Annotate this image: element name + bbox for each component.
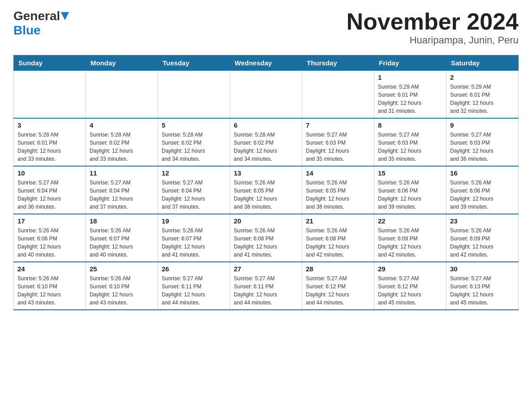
day-cell: 5Sunrise: 5:28 AM Sunset: 6:02 PM Daylig… bbox=[158, 118, 230, 166]
day-info: Sunrise: 5:27 AM Sunset: 6:04 PM Dayligh… bbox=[90, 179, 154, 211]
header-cell-sunday: Sunday bbox=[14, 56, 86, 71]
day-cell: 18Sunrise: 5:26 AM Sunset: 6:07 PM Dayli… bbox=[86, 214, 158, 262]
day-cell: 6Sunrise: 5:28 AM Sunset: 6:02 PM Daylig… bbox=[230, 118, 302, 166]
day-cell: 1Sunrise: 5:29 AM Sunset: 6:01 PM Daylig… bbox=[374, 71, 446, 119]
day-number: 8 bbox=[378, 121, 442, 129]
header-cell-tuesday: Tuesday bbox=[158, 56, 230, 71]
day-info: Sunrise: 5:27 AM Sunset: 6:12 PM Dayligh… bbox=[378, 274, 442, 307]
day-info: Sunrise: 5:26 AM Sunset: 6:06 PM Dayligh… bbox=[17, 227, 82, 259]
day-cell: 7Sunrise: 5:27 AM Sunset: 6:03 PM Daylig… bbox=[302, 118, 374, 166]
day-info: Sunrise: 5:27 AM Sunset: 6:13 PM Dayligh… bbox=[450, 274, 515, 307]
day-cell: 25Sunrise: 5:26 AM Sunset: 6:10 PM Dayli… bbox=[86, 262, 158, 310]
day-cell: 15Sunrise: 5:26 AM Sunset: 6:06 PM Dayli… bbox=[374, 166, 446, 214]
header-cell-friday: Friday bbox=[374, 56, 446, 71]
day-cell: 2Sunrise: 5:29 AM Sunset: 6:01 PM Daylig… bbox=[446, 71, 519, 119]
day-info: Sunrise: 5:27 AM Sunset: 6:04 PM Dayligh… bbox=[162, 179, 226, 211]
day-info: Sunrise: 5:27 AM Sunset: 6:11 PM Dayligh… bbox=[234, 274, 298, 307]
logo: General Blue bbox=[13, 9, 69, 38]
day-number: 22 bbox=[378, 217, 442, 225]
day-cell: 14Sunrise: 5:26 AM Sunset: 6:05 PM Dayli… bbox=[302, 166, 374, 214]
day-cell: 13Sunrise: 5:26 AM Sunset: 6:05 PM Dayli… bbox=[230, 166, 302, 214]
day-number: 14 bbox=[306, 169, 370, 177]
day-info: Sunrise: 5:26 AM Sunset: 6:09 PM Dayligh… bbox=[450, 227, 515, 259]
calendar-table: SundayMondayTuesdayWednesdayThursdayFrid… bbox=[13, 55, 519, 310]
day-info: Sunrise: 5:27 AM Sunset: 6:12 PM Dayligh… bbox=[306, 274, 370, 307]
svg-marker-0 bbox=[61, 12, 69, 20]
day-number: 25 bbox=[90, 265, 154, 273]
header-cell-monday: Monday bbox=[86, 56, 158, 71]
week-row-3: 10Sunrise: 5:27 AM Sunset: 6:04 PM Dayli… bbox=[14, 166, 519, 214]
header-cell-thursday: Thursday bbox=[302, 56, 374, 71]
day-info: Sunrise: 5:28 AM Sunset: 6:02 PM Dayligh… bbox=[162, 131, 226, 163]
page-subtitle: Huaripampa, Junin, Peru bbox=[347, 34, 519, 46]
week-row-5: 24Sunrise: 5:26 AM Sunset: 6:10 PM Dayli… bbox=[14, 262, 519, 310]
day-number: 28 bbox=[306, 265, 370, 273]
day-number: 13 bbox=[234, 169, 298, 177]
header-cell-wednesday: Wednesday bbox=[230, 56, 302, 71]
calendar-header: SundayMondayTuesdayWednesdayThursdayFrid… bbox=[14, 56, 519, 71]
day-cell: 17Sunrise: 5:26 AM Sunset: 6:06 PM Dayli… bbox=[14, 214, 86, 262]
day-info: Sunrise: 5:26 AM Sunset: 6:05 PM Dayligh… bbox=[306, 179, 370, 211]
day-info: Sunrise: 5:26 AM Sunset: 6:06 PM Dayligh… bbox=[450, 179, 515, 211]
day-number: 4 bbox=[90, 121, 154, 129]
day-cell: 10Sunrise: 5:27 AM Sunset: 6:04 PM Dayli… bbox=[14, 166, 86, 214]
week-row-1: 1Sunrise: 5:29 AM Sunset: 6:01 PM Daylig… bbox=[14, 71, 519, 119]
day-number: 10 bbox=[17, 169, 82, 177]
day-number: 7 bbox=[306, 121, 370, 129]
day-number: 20 bbox=[234, 217, 298, 225]
day-cell: 16Sunrise: 5:26 AM Sunset: 6:06 PM Dayli… bbox=[446, 166, 519, 214]
day-info: Sunrise: 5:26 AM Sunset: 6:09 PM Dayligh… bbox=[378, 227, 442, 259]
day-info: Sunrise: 5:26 AM Sunset: 6:08 PM Dayligh… bbox=[234, 227, 298, 259]
logo-blue-text: Blue bbox=[13, 23, 41, 37]
day-cell: 11Sunrise: 5:27 AM Sunset: 6:04 PM Dayli… bbox=[86, 166, 158, 214]
day-cell: 22Sunrise: 5:26 AM Sunset: 6:09 PM Dayli… bbox=[374, 214, 446, 262]
day-cell bbox=[158, 71, 230, 119]
day-info: Sunrise: 5:29 AM Sunset: 6:01 PM Dayligh… bbox=[450, 83, 515, 115]
day-number: 17 bbox=[17, 217, 82, 225]
header-cell-saturday: Saturday bbox=[446, 56, 519, 71]
day-cell: 26Sunrise: 5:27 AM Sunset: 6:11 PM Dayli… bbox=[158, 262, 230, 310]
day-cell: 19Sunrise: 5:26 AM Sunset: 6:07 PM Dayli… bbox=[158, 214, 230, 262]
day-number: 12 bbox=[162, 169, 226, 177]
header-row: SundayMondayTuesdayWednesdayThursdayFrid… bbox=[14, 56, 519, 71]
week-row-2: 3Sunrise: 5:28 AM Sunset: 6:01 PM Daylig… bbox=[14, 118, 519, 166]
day-cell: 23Sunrise: 5:26 AM Sunset: 6:09 PM Dayli… bbox=[446, 214, 519, 262]
day-info: Sunrise: 5:26 AM Sunset: 6:06 PM Dayligh… bbox=[378, 179, 442, 211]
day-number: 27 bbox=[234, 265, 298, 273]
page-title: November 2024 bbox=[347, 9, 519, 34]
day-number: 6 bbox=[234, 121, 298, 129]
day-cell: 29Sunrise: 5:27 AM Sunset: 6:12 PM Dayli… bbox=[374, 262, 446, 310]
day-cell: 28Sunrise: 5:27 AM Sunset: 6:12 PM Dayli… bbox=[302, 262, 374, 310]
day-cell: 27Sunrise: 5:27 AM Sunset: 6:11 PM Dayli… bbox=[230, 262, 302, 310]
day-info: Sunrise: 5:28 AM Sunset: 6:02 PM Dayligh… bbox=[234, 131, 298, 163]
day-number: 24 bbox=[17, 265, 82, 273]
day-number: 18 bbox=[90, 217, 154, 225]
day-cell: 12Sunrise: 5:27 AM Sunset: 6:04 PM Dayli… bbox=[158, 166, 230, 214]
day-info: Sunrise: 5:27 AM Sunset: 6:03 PM Dayligh… bbox=[306, 131, 370, 163]
day-number: 1 bbox=[378, 73, 442, 81]
day-info: Sunrise: 5:26 AM Sunset: 6:07 PM Dayligh… bbox=[90, 227, 154, 259]
day-cell: 3Sunrise: 5:28 AM Sunset: 6:01 PM Daylig… bbox=[14, 118, 86, 166]
day-info: Sunrise: 5:28 AM Sunset: 6:01 PM Dayligh… bbox=[17, 131, 82, 163]
day-info: Sunrise: 5:27 AM Sunset: 6:11 PM Dayligh… bbox=[162, 274, 226, 307]
day-number: 26 bbox=[162, 265, 226, 273]
day-number: 9 bbox=[450, 121, 515, 129]
page-header: General Blue November 2024 Huaripampa, J… bbox=[13, 9, 519, 46]
day-number: 5 bbox=[162, 121, 226, 129]
day-info: Sunrise: 5:26 AM Sunset: 6:10 PM Dayligh… bbox=[90, 274, 154, 307]
day-number: 19 bbox=[162, 217, 226, 225]
day-info: Sunrise: 5:26 AM Sunset: 6:08 PM Dayligh… bbox=[306, 227, 370, 259]
day-cell: 30Sunrise: 5:27 AM Sunset: 6:13 PM Dayli… bbox=[446, 262, 519, 310]
day-cell: 8Sunrise: 5:27 AM Sunset: 6:03 PM Daylig… bbox=[374, 118, 446, 166]
day-number: 30 bbox=[450, 265, 515, 273]
calendar-body: 1Sunrise: 5:29 AM Sunset: 6:01 PM Daylig… bbox=[14, 71, 519, 310]
day-info: Sunrise: 5:26 AM Sunset: 6:10 PM Dayligh… bbox=[17, 274, 82, 307]
logo-triangle-icon bbox=[61, 12, 69, 20]
day-number: 11 bbox=[90, 169, 154, 177]
day-cell: 4Sunrise: 5:28 AM Sunset: 6:02 PM Daylig… bbox=[86, 118, 158, 166]
title-block: November 2024 Huaripampa, Junin, Peru bbox=[347, 9, 519, 46]
day-info: Sunrise: 5:29 AM Sunset: 6:01 PM Dayligh… bbox=[378, 83, 442, 115]
day-cell bbox=[302, 71, 374, 119]
day-cell: 21Sunrise: 5:26 AM Sunset: 6:08 PM Dayli… bbox=[302, 214, 374, 262]
day-info: Sunrise: 5:26 AM Sunset: 6:07 PM Dayligh… bbox=[162, 227, 226, 259]
